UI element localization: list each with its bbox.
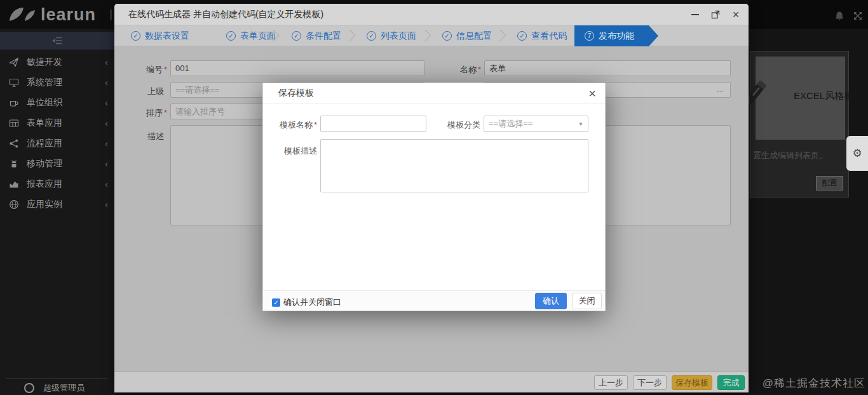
logo-bar: learun | (0, 0, 114, 29)
template-desc-textarea[interactable] (320, 139, 588, 192)
chevron-left-icon: ‹ (105, 57, 108, 67)
bell-icon[interactable] (834, 10, 845, 22)
step-number-icon: 7 (585, 31, 594, 41)
learun-leaf-logo-icon (8, 6, 36, 23)
required-star: * (164, 108, 167, 117)
settings-tab[interactable]: ⚙ (846, 136, 868, 171)
step-list-page[interactable]: ✓ 列表页面 (367, 25, 416, 46)
sidebar-item-form-apps[interactable]: 表单应用 ‹ (0, 113, 114, 133)
excel-style-template-card[interactable]: EXCEL风格模板 (756, 57, 845, 140)
template-desc-label: 模板描述 (263, 145, 317, 157)
modal-header: 保存模板 × (263, 83, 605, 104)
sidebar-item-label: 报表应用 (27, 178, 105, 190)
globe-icon (9, 199, 19, 210)
sidebar-user-divider (6, 378, 108, 379)
window-footer: 上一步 下一步 保存模板 完成 (114, 372, 749, 392)
template-category-select[interactable]: ==请选择== ▼ (484, 116, 588, 132)
modal-close-icon[interactable]: × (588, 87, 596, 100)
outdent-icon (51, 36, 63, 45)
check-circle-icon: ✓ (367, 31, 376, 41)
template-name-label: 模板名称* (263, 119, 317, 131)
step-info-config[interactable]: ✓ 信息配置 (442, 25, 492, 46)
sidebar-item-label: 敏捷开发 (27, 57, 105, 68)
ellipsis-icon: ... (717, 84, 724, 94)
prev-step-button[interactable]: 上一步 (594, 375, 628, 390)
chevron-left-icon: ‹ (105, 77, 108, 88)
sidebar-item-label: 应用实例 (27, 199, 105, 210)
description-field-label: 描述 (114, 131, 164, 142)
step-condition-config[interactable]: ✓ 条件配置 (292, 25, 341, 46)
close-icon: × (733, 10, 740, 19)
sidebar-item-report-apps[interactable]: 报表应用 ‹ (0, 174, 114, 194)
finish-button[interactable]: 完成 (717, 375, 745, 390)
next-step-button[interactable]: 下一步 (633, 375, 667, 390)
check-circle-icon: ✓ (442, 31, 452, 41)
sidebar-item-label: 系统管理 (27, 77, 105, 88)
check-circle-icon: ✓ (131, 31, 140, 41)
check-circle-icon: ✓ (517, 31, 527, 41)
template-category-label: 模板分类 (428, 119, 480, 131)
step-publish-active[interactable]: 7 发布功能 (574, 25, 658, 46)
sidebar-item-system-admin[interactable]: 系统管理 ‹ (0, 72, 114, 93)
paper-plane-icon (9, 57, 19, 67)
step-data-table-setup[interactable]: ✓ 数据表设置 (131, 25, 189, 46)
header-action-icons (834, 10, 863, 22)
sidebar-collapse-toggle[interactable] (0, 32, 114, 50)
minimize-icon (691, 14, 699, 15)
template-name-input[interactable] (320, 116, 426, 132)
modal-title: 保存模板 (278, 88, 314, 99)
logo-text: learun (41, 5, 96, 25)
close-window-button[interactable]: × (731, 10, 741, 20)
sidebar-menu: 敏捷开发 ‹ 系统管理 ‹ 单位组织 ‹ 表单应用 ‹ (0, 52, 114, 215)
chevron-left-icon: ‹ (105, 159, 108, 169)
area-chart-icon (9, 179, 19, 189)
sidebar-item-label: 单位组织 (27, 97, 105, 109)
name-input[interactable] (484, 60, 731, 76)
chevron-left-icon: ‹ (105, 179, 108, 189)
maximize-icon (711, 10, 720, 19)
logo-divider: | (109, 8, 112, 21)
code-field-label: 编号* (114, 64, 167, 76)
required-star: * (314, 120, 317, 130)
watermark: @稀土掘金技术社区 (763, 376, 865, 391)
confirm-button[interactable]: 确认 (535, 293, 567, 309)
template-panel: EXCEL风格模板 置生成编辑列表页。 配置 (750, 51, 849, 198)
template-card-title: EXCEL风格模板 (794, 90, 863, 102)
chevron-left-icon: ‹ (105, 98, 108, 108)
step-separator (344, 30, 355, 41)
share-nodes-icon (9, 138, 19, 149)
confirm-and-close-checkbox[interactable]: ✓ 确认并关闭窗口 (272, 297, 341, 308)
check-circle-icon: ✓ (226, 31, 236, 41)
step-separator (419, 30, 431, 41)
sidebar-item-label: 移动管理 (27, 158, 105, 170)
android-icon (9, 159, 19, 169)
chevron-down-icon: ▼ (578, 121, 583, 127)
sidebar-item-app-instances[interactable]: 应用实例 ‹ (0, 194, 114, 215)
sidebar-item-agile-dev[interactable]: 敏捷开发 ‹ (0, 52, 114, 72)
maximize-button[interactable] (710, 10, 721, 20)
step-view-code[interactable]: ✓ 查看代码 (517, 25, 567, 46)
close-button[interactable]: 关闭 (572, 293, 602, 309)
config-button[interactable]: 配置 (816, 176, 843, 191)
parent-field-label: 上级 (114, 86, 164, 97)
code-input[interactable] (170, 60, 424, 76)
save-template-modal: 保存模板 × 模板名称* 模板分类 ==请选择== ▼ 模板描述 ✓ 确认并关闭… (262, 83, 606, 311)
sort-field-label: 排序* (114, 107, 167, 119)
required-star: * (164, 65, 167, 74)
window-controls: × (690, 4, 741, 25)
gear-icon: ⚙ (852, 147, 862, 160)
user-name: 超级管理员 (43, 382, 85, 394)
table-icon (9, 118, 19, 128)
fullscreen-arrows-icon[interactable] (853, 11, 863, 21)
sidebar-item-label: 表单应用 (27, 117, 105, 129)
sidebar-item-workflow-apps[interactable]: 流程应用 ‹ (0, 133, 114, 154)
sidebar-item-mobile-admin[interactable]: 移动管理 ‹ (0, 154, 114, 174)
sidebar-user[interactable]: 超级管理员 (0, 381, 114, 395)
sidebar: learun | 敏捷开发 ‹ 系统管理 ‹ (0, 0, 114, 395)
sidebar-item-organization[interactable]: 单位组织 ‹ (0, 93, 114, 113)
window-title: 在线代码生成器 并自动创建代码(自定义开发模板) (128, 9, 323, 20)
minimize-button[interactable] (690, 10, 700, 20)
chevron-left-icon: ‹ (105, 118, 108, 128)
step-separator (494, 30, 506, 41)
save-template-button[interactable]: 保存模板 (672, 375, 712, 390)
